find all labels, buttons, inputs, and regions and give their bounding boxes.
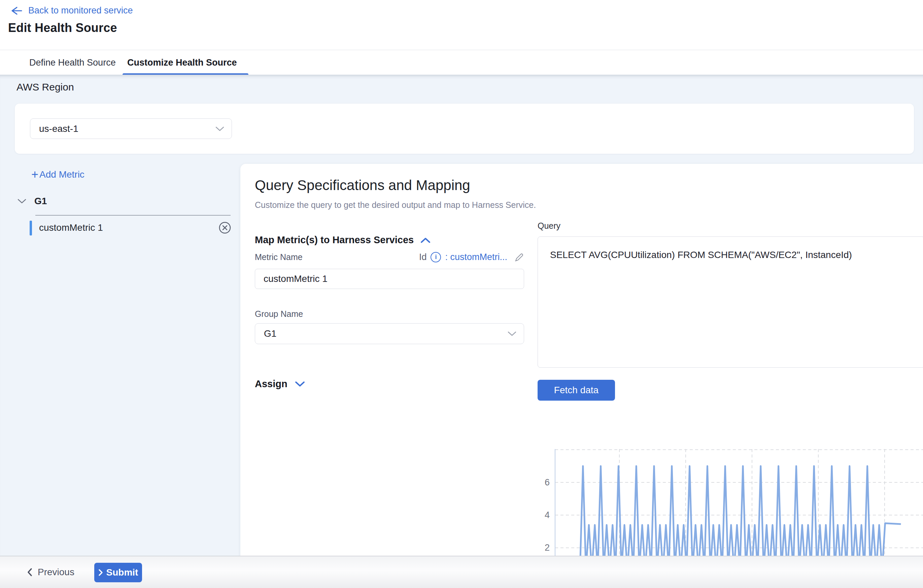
back-arrow-icon (10, 6, 23, 16)
group-name-label: Group Name (255, 309, 303, 319)
chevron-right-icon (98, 569, 103, 576)
metric-name-row: Metric Name Id i : customMetri... (255, 252, 524, 262)
assign-label: Assign (255, 378, 287, 390)
chevron-down-icon (215, 126, 224, 131)
svg-text:6: 6 (545, 477, 550, 487)
query-label: Query (537, 221, 560, 231)
tab-bar: Define Health Source Customize Health So… (0, 50, 923, 75)
info-icon[interactable]: i (430, 252, 441, 262)
assign-section-toggle[interactable]: Assign (255, 378, 305, 390)
query-specifications-card: Query Specifications and Mapping Customi… (240, 164, 923, 556)
id-label: Id (419, 252, 427, 262)
svg-text:2: 2 (545, 542, 550, 553)
page-header: Back to monitored service Edit Health So… (0, 0, 923, 50)
remove-metric-icon[interactable] (218, 221, 232, 234)
tab-customize-health-source[interactable]: Customize Health Source (127, 50, 237, 75)
back-link[interactable]: Back to monitored service (10, 5, 133, 16)
page-title: Edit Health Source (8, 21, 117, 35)
aws-region-select[interactable]: us-east-1 (30, 118, 232, 139)
group-name-value: G1 (264, 328, 276, 339)
metric-group-row[interactable]: G1 (18, 196, 47, 206)
section-heading: Query Specifications and Mapping (255, 177, 470, 193)
edit-health-source-page: Back to monitored service Edit Health So… (0, 0, 923, 588)
chevron-left-icon (27, 568, 32, 577)
edit-pencil-icon[interactable] (514, 252, 524, 262)
metric-list-item[interactable]: customMetric 1 (0, 218, 240, 237)
metric-id-row: Id i : customMetri... (419, 252, 524, 262)
group-name-select[interactable]: G1 (255, 323, 524, 344)
metric-item-label: customMetric 1 (39, 218, 103, 237)
footer-bar: Previous Submit (0, 556, 923, 588)
query-text: SELECT AVG(CPUUtilization) FROM SCHEMA("… (550, 250, 852, 260)
tab-define-health-source[interactable]: Define Health Source (29, 50, 116, 75)
previous-label: Previous (38, 567, 74, 578)
submit-button[interactable]: Submit (94, 563, 142, 582)
metrics-sidebar: + Add Metric G1 customMetric 1 (0, 164, 240, 556)
selected-indicator (30, 221, 32, 236)
aws-region-value: us-east-1 (39, 123, 79, 134)
add-metric-button[interactable]: + Add Metric (31, 169, 84, 180)
metric-preview-chart: 246 (537, 445, 923, 556)
previous-button[interactable]: Previous (27, 556, 74, 588)
metric-name-label: Metric Name (255, 252, 302, 262)
query-textarea[interactable]: SELECT AVG(CPUUtilization) FROM SCHEMA("… (537, 236, 923, 368)
plus-icon: + (31, 170, 38, 180)
content-area: AWS Region us-east-1 + Add Metric G1 (0, 75, 923, 556)
divider (35, 215, 231, 216)
aws-region-label: AWS Region (16, 82, 74, 93)
id-value[interactable]: : customMetri... (445, 252, 507, 262)
svg-text:4: 4 (545, 510, 550, 520)
section-subheading: Customize the query to get the desired o… (255, 200, 536, 210)
chevron-up-icon (420, 237, 430, 244)
chevron-down-icon (295, 381, 305, 388)
back-link-label: Back to monitored service (28, 5, 133, 16)
chevron-down-icon (18, 198, 26, 204)
metric-name-input[interactable] (255, 269, 524, 289)
map-metrics-section-toggle[interactable]: Map Metric(s) to Harness Services (255, 234, 430, 246)
aws-region-card: us-east-1 (15, 103, 914, 154)
map-metrics-title: Map Metric(s) to Harness Services (255, 234, 414, 246)
submit-label: Submit (107, 567, 138, 578)
fetch-data-button[interactable]: Fetch data (537, 380, 615, 401)
metric-group-label: G1 (34, 196, 47, 206)
add-metric-label: Add Metric (39, 169, 84, 180)
chevron-down-icon (507, 331, 516, 336)
